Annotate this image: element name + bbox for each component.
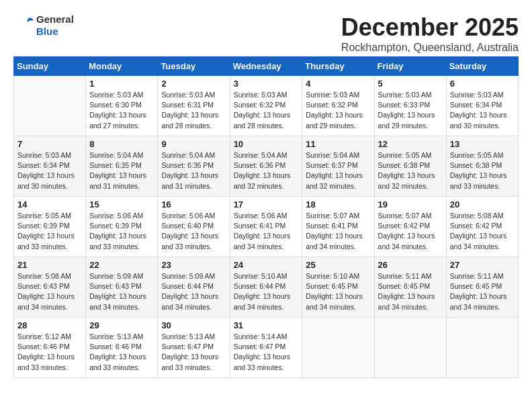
day-info: Sunrise: 5:14 AMSunset: 6:47 PMDaylight:… bbox=[234, 332, 299, 373]
day-info: Sunrise: 5:05 AMSunset: 6:38 PMDaylight:… bbox=[378, 150, 443, 191]
day-info: Sunrise: 5:05 AMSunset: 6:39 PMDaylight:… bbox=[17, 211, 82, 252]
day-number: 13 bbox=[450, 139, 515, 149]
day-number: 16 bbox=[161, 199, 226, 210]
day-info: Sunrise: 5:13 AMSunset: 6:46 PMDaylight:… bbox=[89, 332, 154, 373]
day-info: Sunrise: 5:10 AMSunset: 6:45 PMDaylight:… bbox=[306, 271, 370, 312]
logo: General Blue bbox=[13, 13, 74, 38]
month-title: December 2025 bbox=[341, 13, 519, 42]
day-info: Sunrise: 5:03 AMSunset: 6:34 PMDaylight:… bbox=[17, 150, 82, 191]
weekday-header-wednesday: Wednesday bbox=[230, 57, 302, 76]
calendar-cell: 11Sunrise: 5:04 AMSunset: 6:37 PMDayligh… bbox=[302, 136, 374, 197]
calendar-cell: 8Sunrise: 5:04 AMSunset: 6:35 PMDaylight… bbox=[86, 136, 158, 197]
calendar-cell bbox=[374, 318, 446, 378]
weekday-header-saturday: Saturday bbox=[446, 57, 518, 76]
calendar-table: SundayMondayTuesdayWednesdayThursdayFrid… bbox=[13, 56, 519, 378]
weekday-header-sunday: Sunday bbox=[14, 57, 86, 76]
day-info: Sunrise: 5:03 AMSunset: 6:32 PMDaylight:… bbox=[306, 90, 370, 131]
calendar-cell: 15Sunrise: 5:06 AMSunset: 6:39 PMDayligh… bbox=[86, 197, 158, 257]
logo-general-text: General bbox=[36, 13, 74, 26]
calendar-cell: 29Sunrise: 5:13 AMSunset: 6:46 PMDayligh… bbox=[86, 318, 158, 378]
calendar-header: SundayMondayTuesdayWednesdayThursdayFrid… bbox=[14, 57, 519, 76]
day-info: Sunrise: 5:03 AMSunset: 6:31 PMDaylight:… bbox=[161, 90, 226, 131]
title-area: December 2025 Rockhampton, Queensland, A… bbox=[341, 13, 519, 54]
day-number: 31 bbox=[234, 320, 299, 330]
calendar-cell: 1Sunrise: 5:03 AMSunset: 6:30 PMDaylight… bbox=[86, 76, 158, 136]
calendar-cell: 3Sunrise: 5:03 AMSunset: 6:32 PMDaylight… bbox=[230, 76, 302, 136]
day-number: 4 bbox=[306, 79, 370, 89]
calendar-cell: 16Sunrise: 5:06 AMSunset: 6:40 PMDayligh… bbox=[158, 197, 230, 257]
day-info: Sunrise: 5:09 AMSunset: 6:43 PMDaylight:… bbox=[89, 271, 154, 312]
calendar-week-row: 21Sunrise: 5:08 AMSunset: 6:43 PMDayligh… bbox=[14, 257, 519, 318]
page-header: General Blue December 2025 Rockhampton, … bbox=[13, 13, 519, 54]
calendar-week-row: 14Sunrise: 5:05 AMSunset: 6:39 PMDayligh… bbox=[14, 197, 519, 257]
weekday-header-thursday: Thursday bbox=[302, 57, 374, 76]
day-info: Sunrise: 5:06 AMSunset: 6:39 PMDaylight:… bbox=[89, 211, 154, 252]
calendar-body: 1Sunrise: 5:03 AMSunset: 6:30 PMDaylight… bbox=[14, 76, 519, 378]
day-number: 30 bbox=[161, 320, 226, 330]
day-number: 23 bbox=[161, 260, 226, 270]
day-info: Sunrise: 5:05 AMSunset: 6:38 PMDaylight:… bbox=[450, 150, 515, 191]
logo-bird-icon bbox=[13, 17, 34, 34]
calendar-cell bbox=[302, 318, 374, 378]
day-number: 17 bbox=[234, 199, 299, 210]
day-info: Sunrise: 5:08 AMSunset: 6:42 PMDaylight:… bbox=[450, 211, 515, 252]
day-info: Sunrise: 5:03 AMSunset: 6:32 PMDaylight:… bbox=[234, 90, 299, 131]
day-number: 26 bbox=[378, 260, 443, 270]
weekday-header-tuesday: Tuesday bbox=[158, 57, 230, 76]
day-info: Sunrise: 5:03 AMSunset: 6:30 PMDaylight:… bbox=[89, 90, 154, 131]
day-number: 12 bbox=[378, 139, 443, 149]
day-number: 15 bbox=[89, 199, 154, 210]
location-title: Rockhampton, Queensland, Australia bbox=[341, 42, 519, 54]
day-info: Sunrise: 5:11 AMSunset: 6:45 PMDaylight:… bbox=[378, 271, 443, 312]
day-number: 24 bbox=[234, 260, 299, 270]
calendar-cell: 27Sunrise: 5:11 AMSunset: 6:45 PMDayligh… bbox=[446, 257, 518, 318]
calendar-cell: 7Sunrise: 5:03 AMSunset: 6:34 PMDaylight… bbox=[14, 136, 86, 197]
day-number: 21 bbox=[17, 260, 82, 270]
calendar-cell: 17Sunrise: 5:06 AMSunset: 6:41 PMDayligh… bbox=[230, 197, 302, 257]
calendar-cell: 19Sunrise: 5:07 AMSunset: 6:42 PMDayligh… bbox=[374, 197, 446, 257]
calendar-cell: 18Sunrise: 5:07 AMSunset: 6:41 PMDayligh… bbox=[302, 197, 374, 257]
calendar-cell: 14Sunrise: 5:05 AMSunset: 6:39 PMDayligh… bbox=[14, 197, 86, 257]
calendar-cell: 20Sunrise: 5:08 AMSunset: 6:42 PMDayligh… bbox=[446, 197, 518, 257]
calendar-cell: 25Sunrise: 5:10 AMSunset: 6:45 PMDayligh… bbox=[302, 257, 374, 318]
weekday-header-monday: Monday bbox=[86, 57, 158, 76]
day-number: 9 bbox=[161, 139, 226, 149]
weekday-header-friday: Friday bbox=[374, 57, 446, 76]
day-number: 8 bbox=[89, 139, 154, 149]
day-info: Sunrise: 5:12 AMSunset: 6:46 PMDaylight:… bbox=[17, 332, 82, 373]
day-number: 22 bbox=[89, 260, 154, 270]
day-number: 1 bbox=[89, 79, 154, 89]
calendar-cell: 5Sunrise: 5:03 AMSunset: 6:33 PMDaylight… bbox=[374, 76, 446, 136]
day-number: 7 bbox=[17, 139, 82, 149]
day-info: Sunrise: 5:13 AMSunset: 6:47 PMDaylight:… bbox=[161, 332, 226, 373]
calendar-cell: 12Sunrise: 5:05 AMSunset: 6:38 PMDayligh… bbox=[374, 136, 446, 197]
day-number: 29 bbox=[89, 320, 154, 330]
logo-blue-text: Blue bbox=[36, 26, 74, 38]
day-number: 10 bbox=[234, 139, 299, 149]
day-number: 6 bbox=[450, 79, 515, 89]
day-number: 5 bbox=[378, 79, 443, 89]
day-number: 14 bbox=[17, 199, 82, 210]
calendar-cell: 28Sunrise: 5:12 AMSunset: 6:46 PMDayligh… bbox=[14, 318, 86, 378]
calendar-cell: 26Sunrise: 5:11 AMSunset: 6:45 PMDayligh… bbox=[374, 257, 446, 318]
day-info: Sunrise: 5:10 AMSunset: 6:44 PMDaylight:… bbox=[234, 271, 299, 312]
calendar-week-row: 7Sunrise: 5:03 AMSunset: 6:34 PMDaylight… bbox=[14, 136, 519, 197]
calendar-cell: 2Sunrise: 5:03 AMSunset: 6:31 PMDaylight… bbox=[158, 76, 230, 136]
day-number: 20 bbox=[450, 199, 515, 210]
calendar-week-row: 28Sunrise: 5:12 AMSunset: 6:46 PMDayligh… bbox=[14, 318, 519, 378]
day-info: Sunrise: 5:03 AMSunset: 6:33 PMDaylight:… bbox=[378, 90, 443, 131]
day-info: Sunrise: 5:07 AMSunset: 6:42 PMDaylight:… bbox=[378, 211, 443, 252]
day-info: Sunrise: 5:11 AMSunset: 6:45 PMDaylight:… bbox=[450, 271, 515, 312]
logo-container: General Blue bbox=[13, 13, 74, 38]
day-number: 27 bbox=[450, 260, 515, 270]
day-info: Sunrise: 5:04 AMSunset: 6:36 PMDaylight:… bbox=[234, 150, 299, 191]
day-number: 3 bbox=[234, 79, 299, 89]
calendar-cell: 9Sunrise: 5:04 AMSunset: 6:36 PMDaylight… bbox=[158, 136, 230, 197]
day-info: Sunrise: 5:07 AMSunset: 6:41 PMDaylight:… bbox=[306, 211, 370, 252]
calendar-cell bbox=[446, 318, 518, 378]
day-info: Sunrise: 5:04 AMSunset: 6:37 PMDaylight:… bbox=[306, 150, 370, 191]
day-info: Sunrise: 5:04 AMSunset: 6:35 PMDaylight:… bbox=[89, 150, 154, 191]
day-info: Sunrise: 5:03 AMSunset: 6:34 PMDaylight:… bbox=[450, 90, 515, 131]
day-number: 25 bbox=[306, 260, 370, 270]
calendar-cell: 21Sunrise: 5:08 AMSunset: 6:43 PMDayligh… bbox=[14, 257, 86, 318]
